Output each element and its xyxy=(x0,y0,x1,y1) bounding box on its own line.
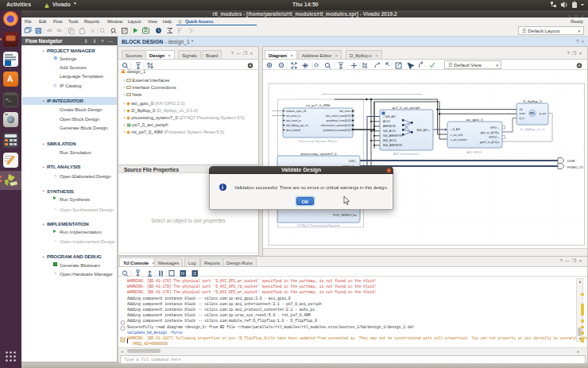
svg-text:+ S00_AXI: + S00_AXI xyxy=(383,115,396,118)
svg-text:rst_ps7_0_49M: rst_ps7_0_49M xyxy=(306,103,331,107)
svg-text:ext_reset_in: ext_reset_in xyxy=(286,114,300,118)
svg-text:ACLK: ACLK xyxy=(383,120,390,123)
svg-text:ZYNQ7 Processing System: ZYNQ7 Processing System xyxy=(297,223,340,227)
svg-text:s_axi_aresetn: s_axi_aresetn xyxy=(451,138,467,141)
svg-text:reset: reset xyxy=(520,112,525,115)
svg-text:S00_ACLK: S00_ACLK xyxy=(383,130,397,133)
svg-text:D_flipflop_v1_0: D_flipflop_v1_0 xyxy=(520,127,545,131)
svg-text:Processor System Reset: Processor System Reset xyxy=(299,139,338,143)
svg-text:clk: clk xyxy=(520,108,523,111)
svg-text:M00_ACLK: M00_ACLK xyxy=(383,139,397,142)
svg-text:axi_gpio_0: axi_gpio_0 xyxy=(466,118,483,122)
svg-text:DDR: DDR xyxy=(567,159,575,163)
svg-text:interconnect_aresetn[0:0]: interconnect_aresetn[0:0] xyxy=(321,124,350,127)
svg-text:aux_reset_in: aux_reset_in xyxy=(286,119,301,122)
svg-text:bus_struct_reset[0:0]: bus_struct_reset[0:0] xyxy=(326,114,350,118)
svg-text:S00_ARESETN: S00_ARESETN xyxy=(383,134,402,138)
svg-text:mb_reset: mb_reset xyxy=(339,110,350,113)
svg-text:RTL: RTL xyxy=(530,112,535,115)
svg-text:FIXED_IO: FIXED_IO xyxy=(567,165,584,169)
svg-text:processing_system7_0: processing_system7_0 xyxy=(301,152,337,156)
svg-text:s_axi_aclk: s_axi_aclk xyxy=(451,134,463,137)
svg-text:q_out: q_out xyxy=(540,112,546,115)
svg-text:peripheral_aresetn[0:0]: peripheral_aresetn[0:0] xyxy=(323,129,350,132)
svg-text:mb_debug_sys_rst: mb_debug_sys_rst xyxy=(286,124,308,127)
svg-text:D_flipflop_0: D_flipflop_0 xyxy=(523,99,542,103)
svg-text:GPIO2 +: GPIO2 + xyxy=(489,136,499,139)
svg-text:+ S_AXI: + S_AXI xyxy=(451,128,460,131)
svg-text:gpio2_io_i[0:0] ◂: gpio2_io_i[0:0] ◂ xyxy=(480,141,499,144)
svg-text:d_in: d_in xyxy=(520,117,524,120)
svg-text:AXI GPIO: AXI GPIO xyxy=(466,150,482,154)
svg-text:M00_ARESETN: M00_ARESETN xyxy=(383,144,402,147)
svg-text:FCLK_RESET0_N ▸: FCLK_RESET0_N ▸ xyxy=(333,214,357,217)
svg-text:ARESETN: ARESETN xyxy=(383,125,396,128)
svg-text:AXI Interconnect: AXI Interconnect xyxy=(393,152,420,156)
svg-text:GPIO +: GPIO + xyxy=(490,126,499,130)
svg-text:ps7_0_axi_periph: ps7_0_axi_periph xyxy=(393,106,420,110)
svg-text:slowest_sync_clk: slowest_sync_clk xyxy=(286,110,307,113)
svg-text:M00_AXI +: M00_AXI + xyxy=(417,129,430,132)
svg-text:DDR +: DDR + xyxy=(349,160,357,163)
svg-text:gpio_io_o[0:0] ▸: gpio_io_o[0:0] ▸ xyxy=(481,131,500,134)
svg-text:dcm_locked: dcm_locked xyxy=(286,129,300,132)
svg-text:peripheral_reset[0:0]: peripheral_reset[0:0] xyxy=(327,119,350,122)
